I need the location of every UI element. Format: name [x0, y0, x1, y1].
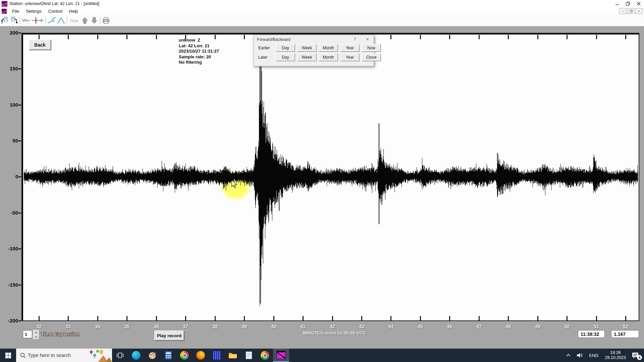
phase-pick-icon[interactable] [31, 16, 44, 25]
y-axis-tick [18, 285, 21, 286]
toolbar-separator [46, 16, 46, 24]
earlier-year-button[interactable]: Year [340, 44, 360, 52]
minimize-icon[interactable] [612, 0, 623, 7]
titlebar: Station: unknow/Ohrid Lat: 42 Lon: 21 - … [0, 0, 644, 8]
notepad-icon[interactable] [241, 349, 257, 362]
child-close-icon[interactable]: × [635, 8, 643, 14]
close-icon[interactable] [633, 0, 644, 7]
child-restore-icon[interactable] [627, 8, 635, 14]
y-tick-label: 200 [0, 30, 18, 36]
x-axis-tick [449, 35, 450, 39]
menubar: File Settings Control Help – × [0, 7, 644, 15]
earlier-day-button[interactable]: Day [276, 44, 295, 52]
close-button[interactable]: Close [362, 53, 381, 61]
restore-icon[interactable] [623, 0, 633, 7]
x-axis-tick [449, 316, 450, 320]
dialog-close-icon[interactable]: × [366, 36, 369, 42]
spinner-up-icon[interactable]: ▲ [33, 330, 39, 335]
move-up-icon[interactable] [80, 16, 89, 25]
chrome-icon[interactable] [176, 349, 193, 362]
x-tick-label: 48 [501, 324, 515, 329]
later-week-button[interactable]: Week [297, 53, 317, 61]
now-button[interactable]: Now [68, 18, 80, 23]
x-tick-label: 44 [384, 324, 397, 329]
p-phase-curve-icon[interactable]: P [47, 16, 56, 25]
chart-region: Back unknow Z Lat: 42 Lon: 21 2023/10/27… [0, 26, 644, 349]
child-minimize-icon[interactable]: – [619, 8, 627, 14]
chrome-icon-2[interactable] [257, 349, 273, 362]
menu-control[interactable]: Control [45, 9, 66, 14]
back-button[interactable]: Back [29, 40, 51, 50]
x-axis-tick [68, 316, 69, 320]
speaker-icon[interactable] [574, 349, 586, 362]
waveform-display-icon[interactable] [21, 16, 30, 25]
x-axis-tick [215, 316, 216, 320]
dialog-help-icon[interactable]: ? [354, 37, 356, 42]
x-axis-tick [479, 316, 480, 320]
x-axis-tick [596, 35, 597, 39]
x-axis-tick [39, 316, 40, 320]
y-tick-label: -100 [0, 246, 18, 251]
seismogram-canvas[interactable] [23, 35, 639, 320]
earlier-now-button[interactable]: Now [362, 44, 381, 52]
menu-file[interactable]: File [9, 9, 22, 14]
y-axis-tick [18, 248, 21, 249]
x-tick-label: 52 [619, 324, 632, 329]
menu-help[interactable]: Help [66, 9, 82, 14]
dialog-earlier-row: Earlier Day Week Month Year Now [258, 44, 383, 52]
trace-info-latlon: Lat: 42 Lon: 21 [179, 43, 219, 49]
seismic-data-app-icon[interactable] [209, 349, 225, 362]
document-icon [2, 9, 7, 14]
time-expansion-value[interactable]: 1 [23, 330, 32, 338]
x-axis-tick [537, 316, 538, 320]
menu-settings[interactable]: Settings [22, 9, 45, 14]
y-axis-tick [18, 105, 21, 106]
start-button[interactable] [0, 349, 16, 362]
later-year-button[interactable]: Year [340, 53, 360, 61]
x-axis-caption: MINUTES since 11:00:00 UTC [294, 330, 375, 336]
spinner-down-icon[interactable]: ▼ [33, 335, 39, 340]
later-month-button[interactable]: Month [319, 53, 338, 61]
x-axis-tick [508, 316, 509, 320]
x-tick-label: 42 [326, 324, 339, 329]
search-icon [20, 353, 26, 358]
notification-center-icon[interactable]: 4 [629, 349, 644, 362]
x-axis-tick [126, 35, 127, 39]
x-tick-label: 50 [560, 324, 574, 329]
y-axis-tick [18, 176, 21, 177]
y-axis-tick [18, 140, 21, 141]
task-view-icon[interactable] [112, 349, 128, 362]
app-icon [2, 1, 7, 7]
play-record-button[interactable]: Play record [154, 330, 184, 341]
calculator-icon[interactable] [160, 349, 176, 362]
toolbar-separator [20, 16, 20, 24]
earlier-month-button[interactable]: Month [319, 44, 338, 52]
dialog-title: Forward/Backward [257, 37, 290, 42]
seismograph-app-icon-active[interactable] [273, 349, 289, 362]
taskbar-clock[interactable]: 18:26 29.10.2023 [601, 349, 629, 362]
taskbar-search[interactable]: Type here to search [16, 349, 112, 362]
tray-chevron-up-icon[interactable] [563, 349, 574, 362]
x-tick-label: 45 [414, 324, 427, 329]
x-tick-label: 43 [355, 324, 368, 329]
print-icon[interactable] [102, 16, 110, 25]
trace-info-datetime: 2023/10/27 11:31:27 [179, 49, 219, 54]
paint-icon[interactable] [144, 349, 160, 362]
filter-bell-icon[interactable] [57, 16, 65, 25]
firefox-icon[interactable] [193, 349, 209, 362]
load-previous-record-icon[interactable] [0, 16, 9, 25]
load-next-record-icon[interactable] [10, 16, 18, 25]
x-axis-tick [567, 35, 568, 39]
earlier-week-button[interactable]: Week [297, 44, 317, 52]
file-explorer-icon[interactable] [225, 349, 241, 362]
edge-icon[interactable] [128, 349, 144, 362]
move-down-icon[interactable] [90, 16, 99, 25]
x-axis-tick [68, 35, 69, 39]
x-axis-tick [596, 316, 597, 320]
language-indicator[interactable]: ENG [586, 349, 601, 362]
dialog-later-row: Later Day Week Month Year Close [258, 54, 383, 61]
x-axis-tick [185, 316, 186, 320]
x-tick-label: 46 [443, 324, 456, 329]
trace-info-channel: unknow Z [179, 38, 219, 43]
later-day-button[interactable]: Day [276, 53, 295, 61]
